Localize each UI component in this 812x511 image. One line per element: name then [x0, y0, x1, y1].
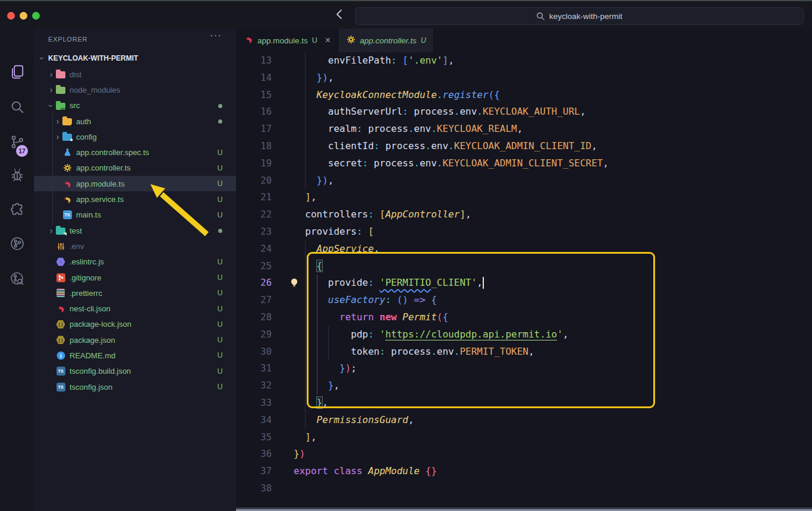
- nav-back-button[interactable]: [333, 8, 346, 21]
- code-token: '.env': [408, 55, 443, 66]
- code-line-16[interactable]: authServerUrl: process.env.KEYCLOAK_AUTH…: [294, 103, 586, 121]
- code-line-29[interactable]: pdp: 'https://cloudpdp.api.permit.io',: [294, 326, 568, 343]
- modified-indicator-dot: [212, 102, 228, 110]
- code-line-30[interactable]: token: process.env.PERMIT_TOKEN,: [294, 343, 534, 361]
- activity-explorer-icon[interactable]: [10, 64, 25, 80]
- code-line-21[interactable]: ],: [294, 189, 317, 206]
- file-label: app.module.ts: [76, 179, 125, 188]
- code-line-34[interactable]: PermissionsGuard,: [294, 412, 414, 429]
- code-token: realm: [328, 123, 357, 134]
- code-line-19[interactable]: secret: process.env.KEYCLOAK_ADMIN_CLIEN…: [294, 155, 609, 172]
- code-line-32[interactable]: },: [294, 377, 339, 395]
- tree-item-readme-md[interactable]: iREADME.mdU: [34, 348, 236, 363]
- code-token: [294, 72, 317, 83]
- tree-item--prettierrc[interactable]: .prettierrcU: [34, 285, 236, 301]
- horizontal-scrollbar[interactable]: [236, 507, 812, 511]
- code-line-20[interactable]: }),: [294, 172, 333, 190]
- tree-item-package-json[interactable]: { }package.jsonU: [34, 332, 236, 348]
- folder-config-icon: ✸: [62, 132, 73, 141]
- code-token: KEYCLOAK_ADMIN_CLIENT_SECRET: [442, 157, 603, 169]
- tree-item-config[interactable]: ›✸config: [34, 129, 236, 144]
- activity-search-icon[interactable]: [10, 99, 25, 115]
- tab-app-module-ts[interactable]: app.module.tsU×: [236, 29, 338, 52]
- code-line-33[interactable]: },: [294, 395, 328, 412]
- code-line-35[interactable]: ],: [294, 429, 317, 446]
- chevron-right-icon[interactable]: ›: [53, 132, 62, 141]
- code-token: [328, 465, 334, 477]
- code-line-24[interactable]: AppService,: [294, 241, 380, 258]
- code-token: .: [408, 123, 414, 134]
- code-token: [426, 294, 432, 305]
- code-token: Permit: [402, 311, 437, 323]
- code-token: (): [396, 294, 408, 305]
- code-line-36[interactable]: }): [294, 446, 305, 463]
- code-token: clientId: [328, 140, 374, 152]
- code-token: }: [328, 380, 334, 391]
- code-token: process: [385, 346, 431, 357]
- chevron-right-icon[interactable]: ›: [47, 70, 55, 79]
- close-window-button[interactable]: [7, 12, 15, 20]
- code-token: process: [380, 140, 426, 152]
- tree-item-node-modules[interactable]: ›node_modules: [34, 82, 236, 97]
- code-line-15[interactable]: KeycloakConnectModule.register({: [294, 87, 500, 104]
- code-line-28[interactable]: return new Permit({: [294, 309, 448, 326]
- tab-app-controller-ts[interactable]: app.controller.tsU: [338, 29, 434, 52]
- project-root-item[interactable]: › KEYCLOAK-WITH-PERMIT: [34, 50, 236, 67]
- code-line-13[interactable]: envFilePath: ['.env'],: [294, 52, 454, 70]
- git-status-badge: U: [212, 273, 228, 282]
- code-line-18[interactable]: clientId: process.env.KEYCLOAK_ADMIN_CLI…: [294, 138, 597, 155]
- tree-item-dist[interactable]: ›dist: [34, 67, 236, 82]
- tree-item-nest-cli-json[interactable]: nest-cli.jsonU: [34, 301, 236, 316]
- code-line-26[interactable]: provide: 'PERMITIO_CLIENT',: [294, 275, 484, 292]
- activity-gitlens-icon[interactable]: [10, 271, 25, 286]
- tree-item--eslintrc-js[interactable]: ○.eslintrc.jsU: [34, 254, 236, 270]
- activity-git-graph-icon[interactable]: [10, 236, 25, 251]
- explorer-sidebar: EXPLORER ··· › KEYCLOAK-WITH-PERMIT ›dis…: [34, 29, 236, 511]
- tree-item-test[interactable]: ›◥test: [34, 223, 236, 238]
- chevron-right-icon[interactable]: ›: [47, 85, 55, 94]
- activity-extensions-icon[interactable]: [10, 202, 25, 217]
- chevron-right-icon[interactable]: ›: [47, 226, 55, 235]
- tree-item-main-ts[interactable]: TSmain.tsU: [34, 207, 236, 223]
- command-center-search[interactable]: keycloak-with-permit: [355, 7, 804, 25]
- code-line-22[interactable]: controllers: [AppController],: [294, 206, 471, 223]
- code-line-31[interactable]: });: [294, 360, 357, 377]
- title-bar: keycloak-with-permit: [0, 0, 812, 29]
- tree-item-app-module-ts[interactable]: app.module.tsU: [34, 176, 236, 191]
- tree-item-auth[interactable]: ›●auth: [34, 113, 236, 129]
- tree-item-app-service-ts[interactable]: app.service.tsU: [34, 191, 236, 207]
- minimize-window-button[interactable]: [20, 12, 27, 20]
- code-token: :: [402, 106, 408, 117]
- tree-item-package-lock-json[interactable]: { }package-lock.jsonU: [34, 317, 236, 332]
- git-icon: [55, 273, 66, 282]
- code-line-37[interactable]: export class AppModule {}: [294, 463, 437, 480]
- tree-item-tsconfig-json[interactable]: TStsconfig.jsonU: [34, 379, 236, 395]
- code-line-23[interactable]: providers: [: [294, 223, 374, 241]
- chevron-right-icon[interactable]: ›: [53, 116, 62, 126]
- gear-yellow-icon: [62, 163, 73, 173]
- folder-icon: [56, 87, 65, 94]
- close-tab-icon[interactable]: ×: [325, 35, 331, 46]
- code-line-17[interactable]: realm: process.env.KEYCLOAK_REALM,: [294, 121, 523, 138]
- chevron-down-icon[interactable]: ›: [46, 102, 56, 110]
- code-token: ': [557, 329, 563, 340]
- code-token: [363, 226, 369, 237]
- explorer-more-actions-icon[interactable]: ···: [210, 30, 222, 42]
- tree-item-app-controller-ts[interactable]: app.controller.tsU: [34, 160, 236, 176]
- code-editor[interactable]: 1314151617181920212223242526272829303132…: [236, 52, 812, 511]
- code-token: envFilePath: [328, 55, 391, 66]
- tree-item--gitignore[interactable]: .gitignoreU: [34, 270, 236, 285]
- activity-debug-icon[interactable]: [10, 167, 25, 182]
- code-line-27[interactable]: useFactory: () => {: [294, 292, 437, 309]
- tree-item-tsconfig-build-json[interactable]: TStsconfig.build.jsonU: [34, 364, 236, 379]
- tree-item-app-controller-spec-ts[interactable]: app.controller.spec.tsU: [34, 144, 236, 160]
- code-token: [294, 380, 328, 391]
- tree-item--env[interactable]: .env: [34, 238, 236, 254]
- code-line-14[interactable]: }),: [294, 70, 333, 87]
- git-status-badge: U: [212, 164, 228, 172]
- lightbulb-icon[interactable]: [289, 277, 299, 291]
- tree-item-src[interactable]: ›</>src: [34, 98, 236, 113]
- zoom-window-button[interactable]: [32, 12, 40, 20]
- code-line-25[interactable]: {: [294, 258, 322, 275]
- explorer-title: EXPLORER: [48, 36, 87, 43]
